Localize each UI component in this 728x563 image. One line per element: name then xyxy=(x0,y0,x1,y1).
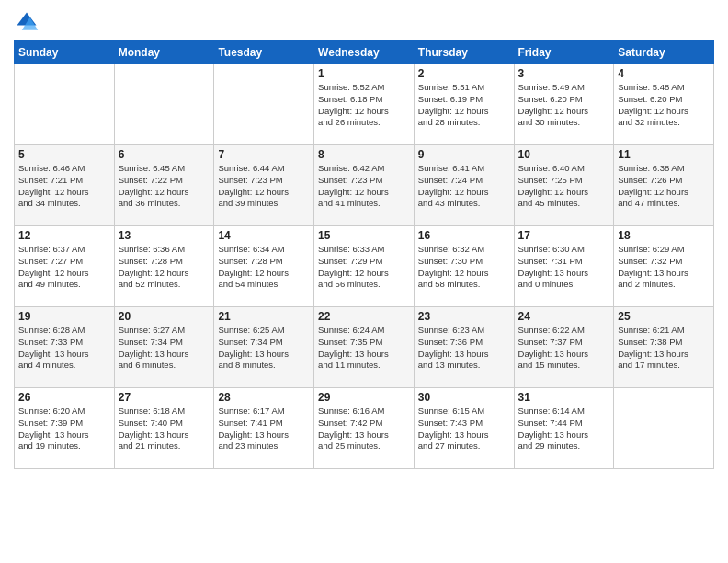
calendar-cell xyxy=(15,64,115,145)
day-number: 15 xyxy=(318,229,410,242)
calendar-cell: 28Sunrise: 6:17 AM Sunset: 7:41 PM Dayli… xyxy=(214,388,314,469)
calendar-cell: 1Sunrise: 5:52 AM Sunset: 6:18 PM Daylig… xyxy=(314,64,415,145)
weekday-header-friday: Friday xyxy=(514,41,614,64)
day-number: 13 xyxy=(119,229,210,242)
day-number: 20 xyxy=(119,310,210,323)
week-row-3: 12Sunrise: 6:37 AM Sunset: 7:27 PM Dayli… xyxy=(15,226,714,307)
calendar-cell: 22Sunrise: 6:24 AM Sunset: 7:35 PM Dayli… xyxy=(314,307,415,388)
day-number: 27 xyxy=(119,391,210,404)
day-info: Sunrise: 6:29 AM Sunset: 7:32 PM Dayligh… xyxy=(618,244,710,291)
day-number: 17 xyxy=(518,229,610,242)
day-info: Sunrise: 6:21 AM Sunset: 7:38 PM Dayligh… xyxy=(618,325,710,372)
day-info: Sunrise: 6:37 AM Sunset: 7:27 PM Dayligh… xyxy=(18,244,110,291)
calendar-cell: 26Sunrise: 6:20 AM Sunset: 7:39 PM Dayli… xyxy=(15,388,115,469)
day-info: Sunrise: 6:30 AM Sunset: 7:31 PM Dayligh… xyxy=(518,244,610,291)
day-info: Sunrise: 6:20 AM Sunset: 7:39 PM Dayligh… xyxy=(18,406,110,453)
weekday-header-thursday: Thursday xyxy=(414,41,514,64)
day-number: 12 xyxy=(18,229,110,242)
calendar-cell: 25Sunrise: 6:21 AM Sunset: 7:38 PM Dayli… xyxy=(614,307,714,388)
weekday-header-sunday: Sunday xyxy=(15,41,115,64)
calendar-cell: 30Sunrise: 6:15 AM Sunset: 7:43 PM Dayli… xyxy=(414,388,514,469)
day-number: 22 xyxy=(318,310,410,323)
day-number: 16 xyxy=(418,229,510,242)
calendar-cell: 14Sunrise: 6:34 AM Sunset: 7:28 PM Dayli… xyxy=(214,226,314,307)
day-info: Sunrise: 6:41 AM Sunset: 7:24 PM Dayligh… xyxy=(418,163,510,210)
day-info: Sunrise: 6:32 AM Sunset: 7:30 PM Dayligh… xyxy=(418,244,510,291)
calendar-cell: 19Sunrise: 6:28 AM Sunset: 7:33 PM Dayli… xyxy=(15,307,115,388)
day-info: Sunrise: 6:23 AM Sunset: 7:36 PM Dayligh… xyxy=(418,325,510,372)
calendar-cell: 6Sunrise: 6:45 AM Sunset: 7:22 PM Daylig… xyxy=(114,145,214,226)
calendar-cell: 4Sunrise: 5:48 AM Sunset: 6:20 PM Daylig… xyxy=(614,64,714,145)
day-number: 7 xyxy=(218,148,310,161)
calendar-cell: 3Sunrise: 5:49 AM Sunset: 6:20 PM Daylig… xyxy=(514,64,614,145)
day-number: 18 xyxy=(618,229,710,242)
day-number: 23 xyxy=(418,310,510,323)
day-info: Sunrise: 5:48 AM Sunset: 6:20 PM Dayligh… xyxy=(618,82,710,129)
calendar-cell: 27Sunrise: 6:18 AM Sunset: 7:40 PM Dayli… xyxy=(114,388,214,469)
day-info: Sunrise: 6:40 AM Sunset: 7:25 PM Dayligh… xyxy=(518,163,610,210)
calendar-cell: 2Sunrise: 5:51 AM Sunset: 6:19 PM Daylig… xyxy=(414,64,514,145)
calendar-cell: 11Sunrise: 6:38 AM Sunset: 7:26 PM Dayli… xyxy=(614,145,714,226)
week-row-1: 1Sunrise: 5:52 AM Sunset: 6:18 PM Daylig… xyxy=(15,64,714,145)
logo-icon xyxy=(14,9,40,35)
day-info: Sunrise: 5:49 AM Sunset: 6:20 PM Dayligh… xyxy=(518,82,610,129)
calendar-cell: 23Sunrise: 6:23 AM Sunset: 7:36 PM Dayli… xyxy=(414,307,514,388)
day-number: 21 xyxy=(218,310,310,323)
weekday-header-monday: Monday xyxy=(114,41,214,64)
calendar-cell: 31Sunrise: 6:14 AM Sunset: 7:44 PM Dayli… xyxy=(514,388,614,469)
calendar-cell xyxy=(214,64,314,145)
calendar-cell: 8Sunrise: 6:42 AM Sunset: 7:23 PM Daylig… xyxy=(314,145,415,226)
day-info: Sunrise: 6:14 AM Sunset: 7:44 PM Dayligh… xyxy=(518,406,610,453)
day-info: Sunrise: 6:17 AM Sunset: 7:41 PM Dayligh… xyxy=(218,406,310,453)
calendar-cell: 21Sunrise: 6:25 AM Sunset: 7:34 PM Dayli… xyxy=(214,307,314,388)
weekday-header-saturday: Saturday xyxy=(614,41,714,64)
day-info: Sunrise: 6:18 AM Sunset: 7:40 PM Dayligh… xyxy=(119,406,210,453)
week-row-2: 5Sunrise: 6:46 AM Sunset: 7:21 PM Daylig… xyxy=(15,145,714,226)
week-row-5: 26Sunrise: 6:20 AM Sunset: 7:39 PM Dayli… xyxy=(15,388,714,469)
day-info: Sunrise: 6:34 AM Sunset: 7:28 PM Dayligh… xyxy=(218,244,310,291)
calendar-cell: 15Sunrise: 6:33 AM Sunset: 7:29 PM Dayli… xyxy=(314,226,415,307)
calendar-cell: 18Sunrise: 6:29 AM Sunset: 7:32 PM Dayli… xyxy=(614,226,714,307)
calendar-table: SundayMondayTuesdayWednesdayThursdayFrid… xyxy=(14,40,714,469)
day-number: 6 xyxy=(119,148,210,161)
calendar-cell: 10Sunrise: 6:40 AM Sunset: 7:25 PM Dayli… xyxy=(514,145,614,226)
calendar-cell: 9Sunrise: 6:41 AM Sunset: 7:24 PM Daylig… xyxy=(414,145,514,226)
logo xyxy=(14,9,43,35)
day-info: Sunrise: 6:27 AM Sunset: 7:34 PM Dayligh… xyxy=(119,325,210,372)
calendar-cell: 12Sunrise: 6:37 AM Sunset: 7:27 PM Dayli… xyxy=(15,226,115,307)
day-number: 5 xyxy=(18,148,110,161)
day-number: 8 xyxy=(318,148,410,161)
day-info: Sunrise: 6:22 AM Sunset: 7:37 PM Dayligh… xyxy=(518,325,610,372)
weekday-header-row: SundayMondayTuesdayWednesdayThursdayFrid… xyxy=(15,41,714,64)
day-info: Sunrise: 6:24 AM Sunset: 7:35 PM Dayligh… xyxy=(318,325,410,372)
day-info: Sunrise: 6:16 AM Sunset: 7:42 PM Dayligh… xyxy=(318,406,410,453)
day-info: Sunrise: 6:42 AM Sunset: 7:23 PM Dayligh… xyxy=(318,163,410,210)
day-info: Sunrise: 6:46 AM Sunset: 7:21 PM Dayligh… xyxy=(18,163,110,210)
calendar-cell xyxy=(614,388,714,469)
weekday-header-wednesday: Wednesday xyxy=(314,41,415,64)
calendar-cell: 5Sunrise: 6:46 AM Sunset: 7:21 PM Daylig… xyxy=(15,145,115,226)
day-info: Sunrise: 6:33 AM Sunset: 7:29 PM Dayligh… xyxy=(318,244,410,291)
day-info: Sunrise: 6:45 AM Sunset: 7:22 PM Dayligh… xyxy=(119,163,210,210)
day-number: 25 xyxy=(618,310,710,323)
day-number: 2 xyxy=(418,67,510,80)
day-number: 31 xyxy=(518,391,610,404)
day-info: Sunrise: 6:36 AM Sunset: 7:28 PM Dayligh… xyxy=(119,244,210,291)
calendar-cell: 17Sunrise: 6:30 AM Sunset: 7:31 PM Dayli… xyxy=(514,226,614,307)
day-info: Sunrise: 6:15 AM Sunset: 7:43 PM Dayligh… xyxy=(418,406,510,453)
calendar-cell: 20Sunrise: 6:27 AM Sunset: 7:34 PM Dayli… xyxy=(114,307,214,388)
day-number: 26 xyxy=(18,391,110,404)
header xyxy=(14,9,714,35)
day-number: 4 xyxy=(618,67,710,80)
day-number: 1 xyxy=(318,67,410,80)
calendar-cell xyxy=(114,64,214,145)
weekday-header-tuesday: Tuesday xyxy=(214,41,314,64)
calendar-cell: 29Sunrise: 6:16 AM Sunset: 7:42 PM Dayli… xyxy=(314,388,415,469)
day-number: 28 xyxy=(218,391,310,404)
calendar-cell: 7Sunrise: 6:44 AM Sunset: 7:23 PM Daylig… xyxy=(214,145,314,226)
day-number: 3 xyxy=(518,67,610,80)
day-number: 9 xyxy=(418,148,510,161)
day-info: Sunrise: 6:25 AM Sunset: 7:34 PM Dayligh… xyxy=(218,325,310,372)
day-number: 30 xyxy=(418,391,510,404)
day-number: 19 xyxy=(18,310,110,323)
